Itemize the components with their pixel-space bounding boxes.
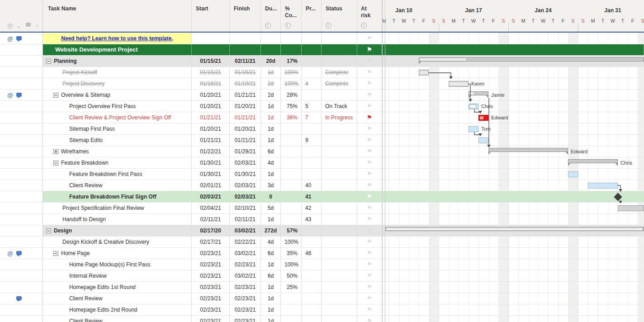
cell-task-name[interactable]: Project Specification Final Review bbox=[43, 203, 192, 213]
cell-task-name[interactable]: Project Discovery bbox=[43, 78, 192, 89]
cell-at-risk[interactable]: ⚑ bbox=[357, 169, 382, 180]
cell-task-name[interactable]: Website Development Project bbox=[43, 44, 192, 55]
cell-dur[interactable]: 3d bbox=[261, 180, 281, 191]
cell-at-risk[interactable]: ⚑ bbox=[357, 33, 382, 44]
cell-status[interactable] bbox=[322, 180, 357, 191]
risk-flag-icon[interactable]: ⚑ bbox=[358, 101, 381, 112]
cell-start[interactable]: 02/23/21 bbox=[192, 304, 230, 315]
cell-start[interactable]: 02/23/21 bbox=[192, 282, 230, 293]
cell-at-risk[interactable]: ⚑ bbox=[357, 157, 382, 168]
cell-task-name[interactable]: Internal Review bbox=[43, 270, 192, 281]
risk-flag-icon[interactable]: ⚑ bbox=[358, 191, 381, 202]
cell-pred[interactable] bbox=[302, 157, 322, 168]
cell-pred[interactable] bbox=[302, 33, 322, 44]
cell-pred[interactable] bbox=[302, 293, 322, 304]
cell-task-name[interactable]: Homepage Edits 1st Round bbox=[43, 282, 192, 293]
cell-status[interactable] bbox=[322, 248, 357, 259]
cell-finish[interactable]: 02/03/21 bbox=[230, 191, 261, 202]
cell-at-risk[interactable]: ⚑ bbox=[357, 203, 382, 213]
cell-dur[interactable]: 6d bbox=[261, 270, 281, 281]
cell-task-name[interactable]: Client Review bbox=[43, 316, 192, 322]
cell-dur[interactable]: 4d bbox=[261, 157, 281, 168]
cell-pct[interactable] bbox=[281, 146, 302, 157]
cell-pct[interactable] bbox=[281, 135, 302, 146]
cell-task-name[interactable]: Project Kickoff bbox=[43, 67, 192, 78]
cell-task-name[interactable]: −Feature Breakdown bbox=[43, 157, 192, 168]
help-link[interactable]: Need help? Learn how to use this templat… bbox=[61, 33, 173, 44]
cell-pct[interactable] bbox=[281, 293, 302, 304]
collapse-icon[interactable]: − bbox=[53, 93, 58, 98]
cell-pct[interactable] bbox=[281, 214, 302, 225]
cell-task-name[interactable]: Sitemap Edits bbox=[43, 135, 192, 146]
cell-at-risk[interactable]: ⚑ bbox=[357, 225, 382, 236]
cell-pct[interactable] bbox=[281, 123, 302, 134]
cell-finish[interactable]: 01/15/21 bbox=[230, 67, 261, 78]
cell-task-name[interactable]: Design Kickoff & Creative Discovery bbox=[43, 237, 192, 247]
cell-pct[interactable]: 75% bbox=[281, 101, 302, 112]
task-row[interactable]: Sitemap First Pass01/20/2101/20/211d⚑ bbox=[0, 123, 644, 135]
task-bar-red[interactable] bbox=[478, 115, 488, 121]
cell-pred[interactable] bbox=[302, 225, 322, 236]
cell-finish[interactable]: 02/23/21 bbox=[230, 293, 261, 304]
cell-at-risk[interactable]: ⚑ bbox=[357, 78, 382, 89]
cell-status[interactable]: On Track bbox=[322, 101, 357, 112]
cell-pred[interactable]: 43 bbox=[302, 214, 322, 225]
cell-pct[interactable]: 17% bbox=[281, 56, 302, 66]
summary-bar[interactable] bbox=[469, 91, 488, 95]
cell-finish[interactable]: 02/23/21 bbox=[230, 304, 261, 315]
cell-at-risk[interactable]: ⚑ bbox=[357, 123, 382, 134]
task-row[interactable]: Client Review02/23/2102/23/211d⚑ bbox=[0, 316, 644, 322]
cell-pred[interactable] bbox=[302, 316, 322, 322]
task-row[interactable]: Feature Breakdown Final Sign Off02/03/21… bbox=[0, 191, 644, 203]
cell-status[interactable] bbox=[322, 90, 357, 100]
risk-flag-icon[interactable]: ⚑ bbox=[358, 293, 381, 304]
cell-finish[interactable]: 02/03/21 bbox=[230, 180, 261, 191]
cell-start[interactable]: 02/23/21 bbox=[192, 293, 230, 304]
cell-at-risk[interactable]: ⚑ bbox=[357, 44, 382, 55]
cell-dur[interactable]: 1d bbox=[261, 293, 281, 304]
cell-start[interactable]: 01/15/21 bbox=[192, 67, 230, 78]
task-row[interactable]: Client Review02/23/2102/23/211d⚑ bbox=[0, 293, 644, 304]
comment-icon[interactable] bbox=[16, 296, 22, 300]
collapse-icon[interactable]: − bbox=[46, 228, 51, 233]
column-header-risk[interactable]: Atrisk bbox=[357, 0, 382, 32]
cell-status[interactable] bbox=[322, 146, 357, 157]
cell-pct[interactable] bbox=[281, 203, 302, 213]
cell-finish[interactable]: 03/02/21 bbox=[230, 225, 261, 236]
cell-at-risk[interactable]: ⚑ bbox=[357, 135, 382, 146]
cell-status[interactable] bbox=[322, 191, 357, 202]
expand-icon[interactable]: + bbox=[53, 149, 58, 154]
cell-start[interactable] bbox=[192, 44, 230, 55]
risk-flag-icon[interactable]: ⚑ bbox=[358, 316, 381, 322]
cell-status[interactable] bbox=[322, 33, 357, 44]
cell-status[interactable] bbox=[322, 270, 357, 281]
cell-task-name[interactable]: −Design bbox=[43, 225, 192, 236]
cell-pct[interactable]: 100% bbox=[281, 237, 302, 247]
cell-pred[interactable] bbox=[302, 169, 322, 180]
cell-pct[interactable]: 28% bbox=[281, 90, 302, 100]
cell-pred[interactable] bbox=[302, 237, 322, 247]
cell-finish[interactable]: 01/19/21 bbox=[230, 78, 261, 89]
cell-task-name[interactable]: Handoff to Design bbox=[43, 214, 192, 225]
cell-start[interactable] bbox=[192, 33, 230, 44]
cell-dur[interactable]: 1d bbox=[261, 214, 281, 225]
cell-status[interactable] bbox=[322, 259, 357, 270]
task-row[interactable]: Project Discovery01/18/2101/19/212d100%4… bbox=[0, 78, 644, 90]
cell-dur[interactable]: 2d bbox=[261, 78, 281, 89]
cell-dur[interactable]: 1d bbox=[261, 112, 281, 123]
risk-flag-icon[interactable]: ⚑ bbox=[358, 180, 381, 191]
risk-flag-icon[interactable]: ⚑ bbox=[358, 248, 381, 259]
cell-start[interactable]: 01/30/21 bbox=[192, 157, 230, 168]
risk-flag-icon[interactable]: ⚑ bbox=[358, 146, 381, 157]
attachment-icon[interactable]: @ bbox=[7, 23, 13, 28]
task-bar-blue[interactable] bbox=[588, 183, 618, 189]
project-header-row[interactable]: Website Development Project⚑ bbox=[0, 44, 644, 56]
cell-task-name[interactable]: Home Page Mockup(s) First Pass bbox=[43, 259, 192, 270]
risk-flag-icon[interactable]: ⚑ bbox=[358, 56, 381, 66]
cell-pred[interactable] bbox=[302, 90, 322, 100]
cell-pct[interactable] bbox=[281, 169, 302, 180]
cell-task-name[interactable]: −Home Page bbox=[43, 248, 192, 259]
cell-status[interactable] bbox=[322, 214, 357, 225]
task-row[interactable]: Homepage Edits 2nd Round02/23/2102/23/21… bbox=[0, 304, 644, 316]
cell-task-name[interactable]: Need help? Learn how to use this templat… bbox=[43, 33, 192, 44]
